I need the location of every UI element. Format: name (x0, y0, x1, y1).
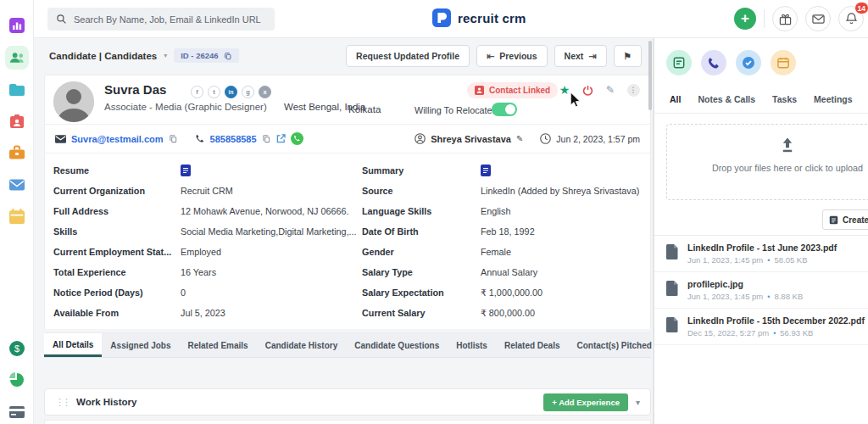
activity-tab-notes-calls[interactable]: Notes & Calls (698, 94, 755, 104)
sidebar-nav: $ (0, 0, 34, 424)
billing-dollar-icon[interactable]: $ (9, 341, 25, 356)
jobs-briefcase-icon[interactable] (9, 145, 25, 160)
copy-phone-icon[interactable] (262, 134, 271, 143)
recruit-crm-logo-icon (432, 8, 451, 27)
activity-tab-meetings[interactable]: Meetings (814, 94, 853, 104)
topbar-actions: + 14 (734, 6, 864, 31)
svg-text:$: $ (14, 343, 19, 354)
request-updated-profile-button[interactable]: Request Updated Profile (346, 45, 470, 67)
detail-row: Current Employment Stat...Employed (53, 242, 357, 262)
shortlist-star-icon[interactable]: ★ (558, 83, 571, 97)
candidate-phone-link[interactable]: 585858585 (210, 134, 257, 144)
whatsapp-icon[interactable] (291, 132, 303, 145)
collapse-chevron-icon[interactable]: ▾ (636, 398, 640, 407)
file-item[interactable]: profilepic.jpg Jun 1, 2023, 1:45 pm•8.88… (654, 272, 868, 309)
more-options-icon[interactable]: ⋮ (626, 83, 640, 97)
last-updated-timestamp: Jun 2, 2023, 1:57 pm (556, 134, 640, 144)
schedule-meeting-button[interactable] (771, 50, 796, 75)
candidate-id-badge: ID - 26246 (174, 48, 238, 63)
flag-button[interactable]: ⚑ (614, 45, 642, 67)
create-resume-button[interactable]: Create re (822, 209, 868, 230)
file-item[interactable]: LinkedIn Profile - 15th December 2022.pd… (654, 309, 868, 345)
brand-logo[interactable]: recruit crm (432, 8, 526, 27)
contact-linked-badge[interactable]: Contact Linked (467, 82, 558, 98)
owner-person-icon (415, 133, 426, 144)
tab-assigned-jobs[interactable]: Assigned Jobs (102, 333, 179, 357)
file-size: 8.88 KB (774, 292, 803, 301)
payments-card-icon[interactable] (9, 404, 25, 420)
topbar: Search By Name, Job, Email & LinkedIn UR… (34, 0, 868, 38)
file-item[interactable]: LinkedIn Profile - 1st June 2023.pdf Jun… (654, 236, 868, 272)
detail-row: Current OrganizationRecruit CRM (53, 181, 357, 201)
candidate-email-link[interactable]: Suvra@testmail.com (71, 134, 164, 144)
email-inbox-icon[interactable] (9, 177, 25, 192)
search-input[interactable]: Search By Name, Job, Email & LinkedIn UR… (47, 8, 275, 31)
tab-related-deals[interactable]: Related Deals (496, 333, 569, 357)
file-date: Jun 1, 2023, 1:45 pm (687, 292, 763, 301)
tab-all-details[interactable]: All Details (44, 333, 102, 357)
activity-tab-all[interactable]: All (670, 94, 681, 104)
detail-row: Salary Expectation₹ 1,000,000.00 (362, 282, 650, 303)
activity-tab-tasks[interactable]: Tasks (772, 94, 797, 104)
dot-separator: • (773, 329, 776, 338)
previous-button[interactable]: ⇤Previous (476, 45, 548, 67)
breadcrumb-caret-icon[interactable]: ▾ (164, 52, 167, 59)
activity-panel: All Notes & Calls Tasks Meetings M Drop … (654, 38, 868, 424)
whats-new-button[interactable] (772, 6, 798, 31)
candidate-id: ID - 26246 (181, 51, 218, 60)
edit-owner-icon[interactable]: ✎ (516, 134, 523, 143)
scrollbar-thumb[interactable] (648, 41, 652, 110)
file-name: LinkedIn Profile - 1st June 2023.pdf (687, 243, 837, 253)
add-task-button[interactable] (736, 50, 761, 75)
log-call-button[interactable] (701, 50, 726, 75)
resume-doc-icon[interactable] (181, 165, 191, 176)
tab-related-emails[interactable]: Related Emails (180, 333, 257, 357)
power-icon[interactable] (581, 83, 594, 97)
linkedin-icon[interactable]: in (225, 86, 237, 98)
drag-handle-icon[interactable]: ⋮⋮ (55, 397, 69, 408)
tab-candidate-history[interactable]: Candidate History (257, 333, 347, 357)
notifications-button[interactable]: 14 (838, 6, 864, 31)
edit-candidate-icon[interactable]: ✎ (604, 83, 617, 97)
quick-add-button[interactable]: + (734, 8, 756, 30)
candidate-title: Associate - Media (Graphic Designer) (104, 102, 267, 112)
file-dropzone[interactable]: Drop your files here or click to upload (666, 124, 868, 200)
search-icon (56, 14, 67, 25)
detail-row: Language SkillsEnglish (362, 201, 650, 221)
dashboard-icon[interactable] (9, 18, 25, 33)
summary-doc-icon[interactable] (481, 165, 491, 176)
candidate-city: Kolkata (348, 104, 381, 114)
copy-icon[interactable] (224, 52, 232, 60)
reports-pie-icon[interactable] (9, 372, 25, 388)
sidebar-item-candidates[interactable] (5, 46, 29, 70)
tab-contacts-pitched[interactable]: Contact(s) Pitched (569, 333, 653, 357)
relocate-toggle[interactable] (492, 103, 517, 116)
contact-linked-icon (475, 86, 484, 95)
candidate-details: Resume Current OrganizationRecruit CRM F… (45, 153, 650, 329)
bell-icon (845, 13, 858, 25)
twitter-icon[interactable]: t (208, 86, 220, 98)
facebook-icon[interactable]: f (191, 86, 203, 98)
tab-candidate-questions[interactable]: Candidate Questions (346, 333, 448, 357)
file-size: 56.93 KB (780, 328, 813, 338)
clock-icon (540, 133, 551, 144)
xing-icon[interactable]: x (259, 86, 271, 98)
calendar-icon[interactable] (9, 209, 25, 224)
detail-row: Salary TypeAnnual Salary (362, 262, 650, 282)
github-icon[interactable]: g (242, 86, 254, 98)
call-icon (708, 57, 720, 69)
brand-name: recruit crm (458, 11, 526, 25)
copy-email-icon[interactable] (169, 134, 178, 143)
file-date: Dec 15, 2022, 5:27 pm (687, 328, 769, 338)
add-experience-button[interactable]: + Add Experience (543, 393, 628, 411)
tab-hotlists[interactable]: Hotlists (448, 333, 496, 357)
next-button[interactable]: Next⇥ (554, 45, 607, 67)
call-external-icon[interactable] (276, 134, 286, 143)
file-icon (666, 317, 679, 332)
contacts-card-icon[interactable] (9, 114, 25, 129)
work-history-section: ⋮⋮ Work History + Add Experience ▾ (44, 388, 651, 416)
folder-icon[interactable] (9, 82, 25, 98)
candidates-people-icon (9, 51, 25, 64)
email-sync-button[interactable] (805, 6, 831, 31)
add-note-button[interactable] (666, 50, 692, 75)
